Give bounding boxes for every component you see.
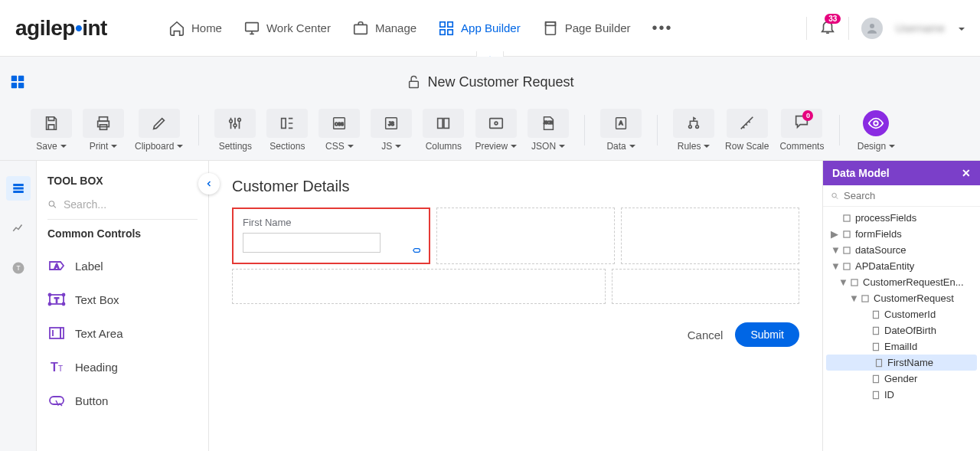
nav-manage[interactable]: Manage bbox=[352, 20, 416, 37]
svg-text:JS: JS bbox=[389, 120, 394, 126]
control-textarea[interactable]: Text Area bbox=[47, 316, 198, 350]
svg-rect-48 bbox=[50, 328, 60, 338]
svg-rect-55 bbox=[844, 230, 850, 237]
svg-text:A: A bbox=[54, 263, 59, 270]
tool-save[interactable]: Save bbox=[31, 109, 72, 152]
rail-text[interactable]: T bbox=[6, 256, 31, 280]
lock-open-icon bbox=[406, 74, 421, 90]
drop-cell[interactable] bbox=[436, 208, 615, 264]
nav-app-builder[interactable]: App Builder bbox=[438, 20, 521, 37]
data-model-title: Data Model bbox=[832, 167, 890, 179]
tree-leaf-EmailId[interactable]: EmailId bbox=[823, 338, 980, 355]
control-textbox[interactable]: T Text Box bbox=[47, 283, 198, 316]
svg-point-18 bbox=[234, 123, 237, 126]
left-rail: T bbox=[0, 161, 37, 451]
data-model-search-input[interactable] bbox=[844, 190, 972, 201]
avatar[interactable] bbox=[861, 18, 883, 39]
tree-leaf-Gender[interactable]: Gender bbox=[823, 371, 980, 387]
svg-text:A: A bbox=[619, 119, 623, 126]
briefcase-icon bbox=[352, 20, 369, 37]
control-button[interactable]: Button bbox=[47, 384, 198, 417]
svg-rect-2 bbox=[440, 21, 445, 26]
user-name: Username bbox=[895, 22, 945, 34]
notifications[interactable]: 33 bbox=[819, 18, 836, 38]
control-heading[interactable]: TT Heading bbox=[47, 350, 198, 384]
logo: agilep•int bbox=[15, 16, 107, 41]
tool-print[interactable]: Print bbox=[83, 109, 124, 152]
drop-cell[interactable] bbox=[612, 269, 799, 304]
tool-rules[interactable]: Rules bbox=[673, 109, 714, 152]
eye-icon bbox=[867, 115, 884, 132]
svg-rect-1 bbox=[354, 25, 368, 34]
rail-analytics[interactable] bbox=[6, 216, 31, 240]
nav-more[interactable]: ••• bbox=[652, 19, 673, 37]
toolbar: Save Print Clipboard Settings Sections C… bbox=[0, 100, 980, 161]
toolbox-title: TOOL BOX bbox=[47, 175, 198, 187]
sliders-icon bbox=[227, 115, 243, 132]
page-icon bbox=[542, 20, 559, 37]
tree-node-APDataEntity[interactable]: ▼APDataEntity bbox=[823, 258, 980, 274]
user-menu-chevron[interactable] bbox=[957, 22, 965, 34]
drop-cell[interactable] bbox=[621, 208, 799, 264]
nav-work-center[interactable]: Work Center bbox=[243, 20, 331, 37]
svg-text:T: T bbox=[16, 265, 20, 272]
tool-row-scale[interactable]: Row Scale bbox=[725, 109, 769, 152]
pencil-icon bbox=[151, 115, 168, 132]
tool-css[interactable]: CSS CSS bbox=[318, 109, 360, 152]
app-switcher-icon[interactable] bbox=[9, 74, 26, 90]
tree-node-CustomerRequest[interactable]: ▼CustomerRequest bbox=[823, 290, 980, 306]
toolbox-search-input[interactable] bbox=[64, 198, 198, 211]
control-label[interactable]: A Label bbox=[47, 249, 198, 283]
svg-rect-63 bbox=[877, 359, 882, 366]
svg-point-44 bbox=[49, 294, 51, 296]
drop-cell[interactable] bbox=[232, 269, 606, 304]
svg-rect-58 bbox=[851, 279, 858, 285]
svg-point-19 bbox=[238, 118, 241, 121]
close-icon[interactable]: ✕ bbox=[962, 167, 971, 179]
tool-sections[interactable]: Sections bbox=[266, 109, 308, 152]
tree-leaf-FirstName[interactable]: FirstName bbox=[826, 355, 977, 371]
field-first-name[interactable]: First Name bbox=[232, 208, 430, 264]
tree-node-CustomerRequestEn[interactable]: ▼CustomerRequestEn... bbox=[823, 274, 980, 290]
home-icon bbox=[168, 20, 185, 37]
css-icon: CSS bbox=[331, 115, 348, 132]
binding-icon[interactable] bbox=[412, 245, 423, 258]
cancel-button[interactable]: Cancel bbox=[688, 328, 724, 342]
nav-page-builder[interactable]: Page Builder bbox=[542, 20, 631, 37]
tree-leaf-DateOfBirth[interactable]: DateOfBirth bbox=[823, 322, 980, 338]
user-icon bbox=[865, 21, 879, 35]
field-label: First Name bbox=[243, 217, 420, 228]
nav-home[interactable]: Home bbox=[168, 20, 222, 37]
first-name-input[interactable] bbox=[243, 233, 381, 253]
tree-leaf-ID[interactable]: ID bbox=[823, 387, 980, 403]
svg-point-34 bbox=[874, 121, 879, 126]
svg-rect-12 bbox=[18, 83, 24, 88]
collapse-toolbox[interactable] bbox=[198, 173, 220, 194]
tool-columns[interactable]: Columns bbox=[423, 109, 464, 152]
tool-clipboard[interactable]: Clipboard bbox=[135, 109, 183, 152]
secondary-bar: New Customer Request bbox=[0, 57, 980, 100]
heading-icon: TT bbox=[47, 358, 66, 376]
print-icon bbox=[95, 115, 112, 132]
tree-leaf-CustomerId[interactable]: CustomerId bbox=[823, 306, 980, 322]
tool-preview[interactable]: Preview bbox=[475, 109, 517, 152]
tool-js[interactable]: JS JS bbox=[371, 109, 412, 152]
submit-button[interactable]: Submit bbox=[735, 322, 799, 347]
tool-settings[interactable]: Settings bbox=[214, 109, 256, 152]
svg-rect-64 bbox=[874, 375, 879, 382]
tree-node-processFields[interactable]: processFields bbox=[823, 210, 980, 226]
textarea-icon bbox=[47, 324, 66, 342]
svg-rect-59 bbox=[862, 295, 868, 301]
tree-node-formFields[interactable]: ▶formFields bbox=[823, 226, 980, 242]
rail-toolbox[interactable] bbox=[6, 176, 31, 201]
svg-point-53 bbox=[832, 193, 837, 198]
tool-design[interactable]: Design bbox=[855, 109, 897, 152]
tool-json[interactable]: JSON JSON bbox=[528, 109, 569, 152]
textbox-icon: T bbox=[47, 290, 66, 309]
monitor-icon bbox=[243, 20, 260, 37]
tool-data[interactable]: A Data bbox=[600, 109, 642, 152]
preview-icon bbox=[488, 115, 505, 132]
tool-comments[interactable]: 0 Comments bbox=[779, 109, 824, 152]
toolbox-panel: TOOL BOX Common Controls A Label T Text … bbox=[37, 161, 209, 451]
tree-node-dataSource[interactable]: ▼dataSource bbox=[823, 242, 980, 258]
